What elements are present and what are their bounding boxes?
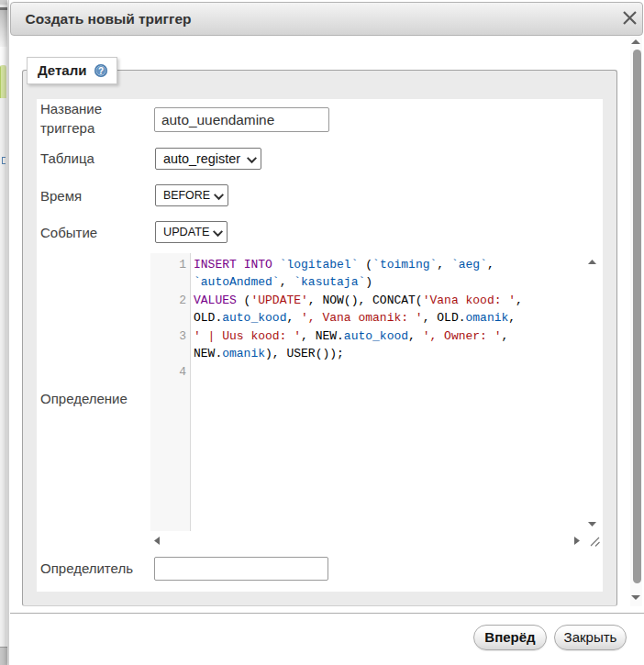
svg-text:?: ? xyxy=(98,66,104,76)
